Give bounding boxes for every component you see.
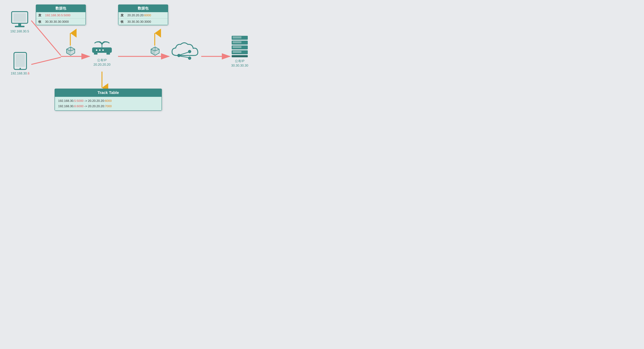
svg-rect-25 [232, 43, 242, 43]
svg-rect-32 [232, 55, 248, 57]
arrows-layer [0, 0, 322, 175]
svg-point-16 [188, 50, 191, 53]
packet-table-1: 数据包 发 192.168.30.5:5000 收 30.30.30.30:30… [36, 5, 86, 25]
router-label: 公有IP 20.20.20.20 [88, 58, 116, 67]
server-icon: 公有IP 30.30.30.30 [229, 35, 250, 58]
packet2-row2-label: 收 [120, 20, 126, 24]
svg-point-15 [177, 54, 180, 57]
packet2-row1-label: 发 [120, 13, 126, 17]
svg-line-19 [180, 56, 188, 58]
svg-line-52 [31, 57, 61, 65]
svg-rect-31 [232, 52, 242, 53]
tablet-icon: 192.168.30.6 [11, 52, 30, 75]
packet1-header: 数据包 [36, 5, 86, 12]
svg-rect-28 [232, 47, 242, 48]
cloud-icon [168, 39, 200, 63]
svg-rect-30 [232, 51, 242, 52]
track-table: Track Table 192.168.30.5:5000 -> 20.20.2… [54, 89, 162, 111]
svg-rect-1 [14, 13, 26, 22]
svg-rect-22 [232, 38, 242, 38]
router-icon: 公有IP 20.20.20.20 [88, 36, 116, 67]
tablet-label: 192.168.30.6 [11, 72, 30, 75]
package-cube-1 [66, 46, 76, 56]
packet2-row2-value: 30.30.30.30:3000 [127, 20, 151, 24]
svg-rect-5 [16, 54, 25, 67]
track-row-1: 192.168.30.5:5000 -> 20.20.20.20:6000 [58, 98, 159, 104]
svg-point-17 [188, 57, 191, 60]
svg-point-10 [96, 49, 97, 51]
packet1-row2-value: 30.30.30.30:3000 [45, 20, 69, 24]
server-label: 公有IP 30.30.30.30 [229, 59, 250, 68]
packet2-row1-value: 20.20.20.20:6000 [127, 14, 151, 17]
svg-point-12 [102, 49, 104, 51]
package-cube-2 [150, 46, 160, 56]
svg-rect-21 [232, 37, 242, 37]
svg-rect-13 [94, 53, 98, 55]
monitor-label: 192.168.30.5 [10, 30, 29, 33]
track-row-2: 192.168.30.6:6000 -> 20.20.20.20:7000 [58, 104, 159, 109]
packet1-row1-label: 发 [38, 13, 43, 17]
svg-point-11 [99, 49, 100, 51]
packet2-header: 数据包 [118, 5, 168, 12]
svg-rect-9 [92, 48, 112, 53]
track-table-header: Track Table [54, 89, 162, 97]
packet-table-2: 数据包 发 20.20.20.20:6000 收 30.30.30.30:300… [118, 5, 168, 25]
diagram-container: 192.168.30.5 192.168.30.6 数据包 发 192.168.… [0, 0, 322, 175]
svg-rect-27 [232, 46, 242, 47]
svg-rect-24 [232, 41, 242, 42]
svg-line-18 [180, 52, 188, 55]
svg-point-6 [20, 68, 21, 69]
packet1-row2-label: 收 [38, 20, 43, 24]
packet1-row1-value: 192.168.30.5:5000 [45, 14, 70, 17]
monitor-icon: 192.168.30.5 [10, 11, 30, 33]
svg-rect-2 [18, 23, 21, 26]
svg-rect-3 [15, 26, 24, 27]
svg-line-51 [31, 21, 61, 56]
svg-rect-14 [106, 53, 110, 55]
